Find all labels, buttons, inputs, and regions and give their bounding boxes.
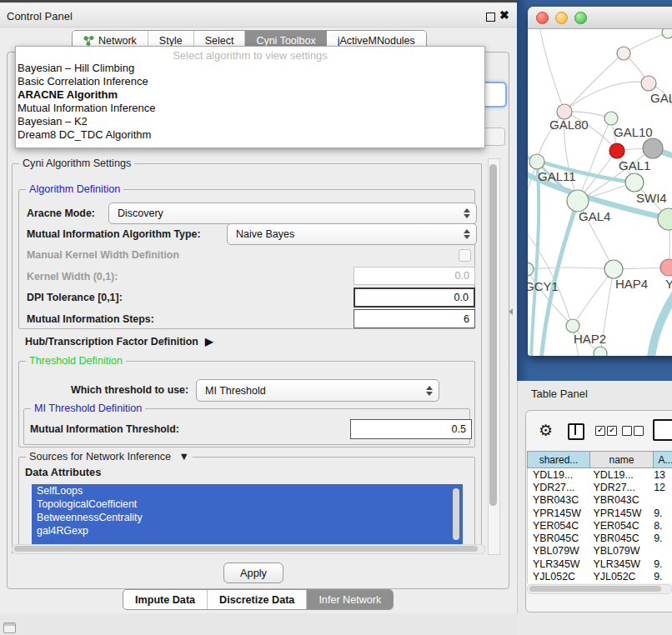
network-node[interactable] <box>641 76 656 91</box>
settings-vscrollbar-thumb[interactable] <box>489 164 497 506</box>
apply-button[interactable]: Apply <box>223 562 283 583</box>
settings-vscrollbar[interactable] <box>488 158 500 555</box>
table-row[interactable]: YDL19...YDL19...13 <box>528 468 672 481</box>
table-row[interactable]: YLR345WYLR345W9. <box>528 558 672 570</box>
network-node-label: GAL4 <box>579 209 610 223</box>
minimized-window-icon[interactable] <box>3 622 16 633</box>
network-node-hap2[interactable] <box>566 319 579 332</box>
cell: YBR043C <box>589 494 649 506</box>
network-node-swi4[interactable] <box>658 208 672 230</box>
close-icon[interactable]: ✖ <box>499 8 509 22</box>
dpi-tolerance-field[interactable]: 0.0 <box>354 288 475 308</box>
checked-checkbox-icon[interactable]: ✓ <box>607 426 617 436</box>
tab-infer-network[interactable]: Infer Network <box>307 590 393 609</box>
list-item[interactable]: TopologicalCoefficient <box>32 498 463 511</box>
splitter-collapse-icon[interactable] <box>509 308 513 315</box>
list-item[interactable]: BetweennessCentrality <box>32 511 463 524</box>
column-header-name[interactable]: name <box>590 451 654 468</box>
bottom-strip <box>0 613 517 635</box>
kernel-width-field[interactable]: 0.0 <box>354 267 475 285</box>
network-node-gray[interactable] <box>643 138 663 158</box>
cell: 9. <box>649 508 672 519</box>
network-canvas[interactable]: GAL GAL80 GAL10 GAL11 GAL1 SWI4 GAL4 GCY… <box>528 29 672 356</box>
network-node-gcy1[interactable] <box>528 262 534 276</box>
columns-icon[interactable] <box>568 423 584 440</box>
menu-item[interactable]: Bayesian – K2 <box>16 115 484 128</box>
list-item[interactable]: SelfLoops <box>32 484 463 498</box>
network-node-hap4[interactable] <box>604 260 623 278</box>
network-node-gal1[interactable] <box>625 173 644 192</box>
tab-select-label: Select <box>205 35 234 47</box>
cell: YBR045C <box>528 532 589 544</box>
list-item[interactable]: gal4RGexp <box>32 524 463 538</box>
mi-type-label: Mutual Information Algorithm Type: <box>27 228 201 240</box>
network-window[interactable]: GAL GAL80 GAL10 GAL11 GAL1 SWI4 GAL4 GCY… <box>528 7 672 356</box>
network-node-selected-red[interactable] <box>609 143 624 158</box>
new-column-icon[interactable] <box>653 419 672 441</box>
mi-threshold-field[interactable]: 0.5 <box>350 419 472 439</box>
table-row[interactable]: YBR043CYBR043C <box>528 494 672 507</box>
tab-impute-data[interactable]: Impute Data <box>123 590 208 609</box>
table-row[interactable]: YER054CYER054C8. <box>528 519 672 532</box>
network-node-label: GAL1 <box>619 158 650 172</box>
hub-definition-toggle[interactable]: Hub/Transcription Factor Definition▶ <box>25 335 213 348</box>
unchecked-checkbox-icon[interactable] <box>622 426 632 436</box>
network-node-label: GAL10 <box>614 125 653 139</box>
network-node-label: GAL11 <box>538 169 576 183</box>
control-panel-title: Control Panel <box>7 10 73 22</box>
menu-item[interactable]: Basic Correlation Inference <box>16 75 484 88</box>
collapse-down-icon: ▼ <box>179 451 189 462</box>
tab-style-label: Style <box>159 35 183 47</box>
network-node-label: GAL80 <box>549 118 589 132</box>
data-attributes-label: Data Attributes <box>25 466 101 478</box>
minimize-traffic-light[interactable] <box>555 12 568 24</box>
menu-item-selected[interactable]: ARACNE Algorithm <box>16 88 484 102</box>
horizontal-scrollbar-thumb[interactable] <box>14 546 478 552</box>
menu-item[interactable]: Dream8 DC_TDC Algorithm <box>16 128 484 142</box>
sources-title[interactable]: Sources for Network Inference ▼ <box>26 451 193 462</box>
cell: YDR27... <box>589 482 649 493</box>
network-node[interactable] <box>594 347 607 356</box>
tab-discretize-data[interactable]: Discretize Data <box>208 590 307 609</box>
table-row[interactable]: YJL052CYJL052C9. <box>528 570 672 582</box>
column-header-partial[interactable]: A... <box>654 451 672 468</box>
network-node-label: GCY1 <box>528 279 559 293</box>
network-node-gal11[interactable] <box>529 154 544 169</box>
column-header-shared-name[interactable]: shared... <box>527 451 590 468</box>
which-threshold-combobox[interactable]: MI Threshold <box>196 379 439 402</box>
table-row[interactable]: YDR27...YDR27...12 <box>528 481 672 493</box>
table-row[interactable]: YBL079WYBL079W <box>528 545 672 558</box>
table-hscrollbar[interactable] <box>527 584 672 594</box>
horizontal-scrollbar[interactable] <box>12 544 485 554</box>
list-scrollbar-thumb[interactable] <box>453 488 459 540</box>
cell: 9. <box>649 558 672 570</box>
close-traffic-light[interactable] <box>536 12 549 24</box>
aracne-mode-value: Discovery <box>109 208 459 219</box>
gear-icon[interactable]: ⚙ <box>539 421 553 440</box>
zoom-traffic-light[interactable] <box>574 12 587 24</box>
network-node-label: GAL <box>650 91 672 105</box>
aracne-mode-combobox[interactable]: Discovery <box>108 202 477 224</box>
menu-item[interactable]: Bayesian – Hill Climbing <box>16 62 484 75</box>
data-attributes-list[interactable]: SelfLoops TopologicalCoefficient Between… <box>32 484 463 544</box>
manual-kernel-checkbox[interactable] <box>459 249 471 262</box>
mi-type-combobox[interactable]: Naive Bayes <box>227 223 477 245</box>
unchecked-checkbox-icon[interactable] <box>634 426 644 436</box>
network-node-gal10[interactable] <box>604 112 618 125</box>
table-row[interactable]: YBR045CYBR045C9. <box>528 532 672 544</box>
table-panel-title: Table Panel <box>531 388 588 400</box>
float-window-icon[interactable] <box>486 12 495 22</box>
threshold-definition-title: Threshold Definition <box>26 355 126 367</box>
network-node-pink[interactable] <box>660 259 672 276</box>
checked-checkbox-icon[interactable]: ✓ <box>595 426 605 436</box>
table-row[interactable]: YPR145WYPR145W9. <box>528 507 672 519</box>
network-node[interactable] <box>662 29 672 38</box>
table-hscrollbar-thumb[interactable] <box>529 586 661 592</box>
menu-item[interactable]: Mutual Information Inference <box>16 102 484 115</box>
network-node[interactable] <box>617 47 630 60</box>
tab-network-label: Network <box>98 35 137 47</box>
cyni-algorithm-settings-title: Cyni Algorithm Settings <box>19 158 134 169</box>
mi-steps-field[interactable]: 6 <box>354 309 475 328</box>
tab-jactivemnodules-label: jActiveMNodules <box>338 35 415 47</box>
network-window-titlebar[interactable] <box>528 7 672 29</box>
